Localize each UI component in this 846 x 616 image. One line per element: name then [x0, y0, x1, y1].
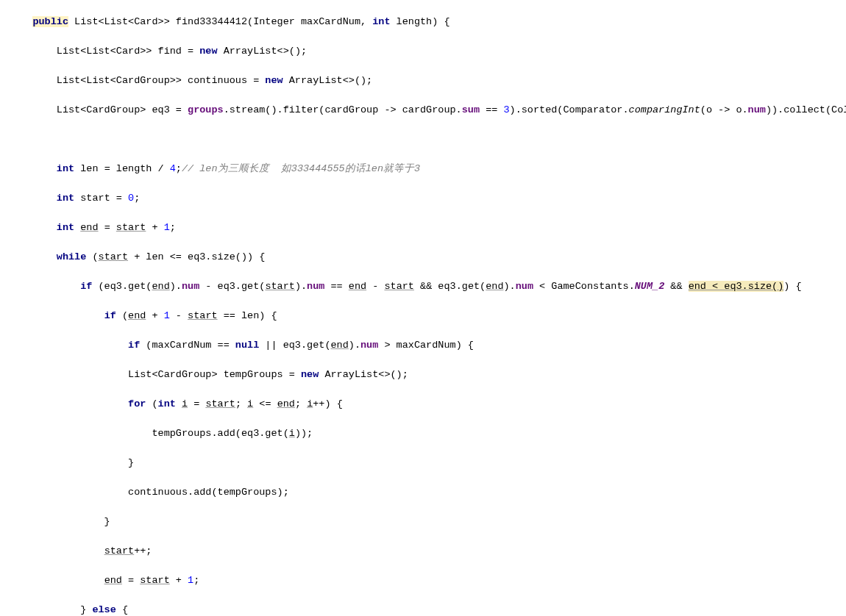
editor-gutter — [0, 0, 6, 616]
code-line: List<List<Card>> find = new ArrayList<>(… — [9, 44, 846, 59]
code-line: int end = start + 1; — [9, 221, 846, 235]
code-line: continuous.add(tempGroups); — [9, 485, 846, 500]
code-line: } else { — [9, 603, 846, 616]
code-line: if (maxCardNum == null || eq3.get(end).n… — [9, 338, 846, 353]
code-line: int start = 0; — [9, 191, 846, 206]
code-line: end = start + 1; — [9, 573, 846, 588]
code-line: } — [9, 456, 846, 470]
code-line: if (end + 1 - start == len) { — [9, 309, 846, 323]
code-line: while (start + len <= eq3.size()) { — [9, 250, 846, 265]
code-line: List<CardGroup> tempGroups = new ArrayLi… — [9, 368, 846, 382]
code-line: for (int i = start; i <= end; i++) { — [9, 397, 846, 412]
code-line: List<List<CardGroup>> continuous = new A… — [9, 74, 846, 88]
code-line: public List<List<Card>> find33344412(Int… — [9, 15, 846, 29]
code-line: int len = length / 4;// len为三顺长度 如333444… — [9, 162, 846, 176]
code-line: start++; — [9, 544, 846, 559]
code-line: } — [9, 515, 846, 529]
code-line — [9, 132, 846, 147]
code-line: if (eq3.get(end).num - eq3.get(start).nu… — [9, 279, 846, 294]
code-editor[interactable]: public List<List<Card>> find33344412(Int… — [9, 0, 846, 616]
code-line: tempGroups.add(eq3.get(i)); — [9, 426, 846, 441]
code-line: List<CardGroup> eq3 = groups.stream().fi… — [9, 103, 846, 118]
